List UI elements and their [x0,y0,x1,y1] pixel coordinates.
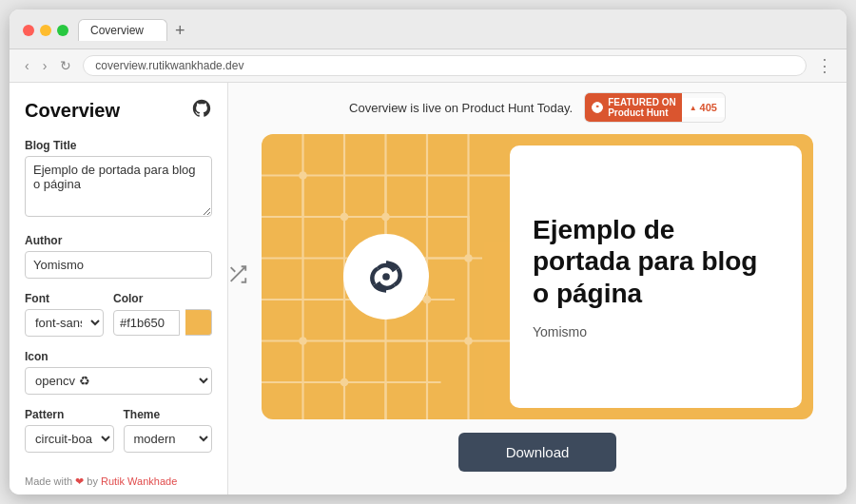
download-button[interactable]: Download [458,433,617,472]
color-label: Color [113,292,212,305]
pattern-theme-row: Pattern circuit-boar none stripes Theme … [25,408,212,453]
sidebar: Coverview Blog Title Ejemplo de portada … [10,83,228,494]
cover-left [262,134,510,419]
browser-window: Coverview + ‹ › ↻ coverview.rutikwankhad… [10,10,846,494]
maximize-button[interactable] [57,25,68,36]
ph-count: 405 [700,102,717,113]
title-bar: Coverview + [10,10,846,49]
color-swatch[interactable] [185,309,212,336]
theme-label: Theme [124,408,213,421]
minimize-button[interactable] [40,25,51,36]
icon-row: opencv ♻ react ⚛ node 🟢 [25,367,212,395]
tab-label: Coverview [90,24,144,37]
sidebar-footer: Made with ❤ by Rutik Wankhade [25,466,212,488]
icon-label: Icon [25,350,212,363]
color-hex-input[interactable] [113,310,180,336]
address-text: coverview.rutikwankhade.dev [95,59,243,72]
ph-left: FEATURED ONProduct Hunt [585,93,681,122]
color-field: Color [113,292,212,337]
sidebar-header: Coverview [25,98,212,124]
theme-field: Theme modern classic minimal [124,408,213,453]
cover-right: Ejemplo de portada para blog o página Yo… [510,145,802,408]
close-button[interactable] [23,25,34,36]
cover-author: Yomismo [533,324,779,339]
ph-triangle-icon: ▲ [690,104,697,112]
new-tab-button[interactable]: + [175,22,185,39]
tab-area: Coverview + [78,19,833,41]
blog-title-label: Blog Title [25,139,212,152]
cover-title: Ejemplo de portada para blog o página [533,214,779,310]
footer-text: Made with [25,475,75,487]
footer-author-link[interactable]: Rutik Wankhade [101,475,177,487]
pattern-select[interactable]: circuit-boar none stripes [25,425,114,453]
font-field: Font font-sans font-serif font-mono [25,292,104,337]
font-select[interactable]: font-sans font-serif font-mono [25,309,104,337]
color-row [113,309,212,336]
forward-button[interactable]: › [41,56,49,75]
product-hunt-badge[interactable]: FEATURED ONProduct Hunt ▲ 405 [584,92,726,123]
reload-button[interactable]: ↻ [58,56,73,75]
address-input[interactable]: coverview.rutikwankhade.dev [83,55,807,76]
canvas-area: Coverview is live on Product Hunt Today.… [228,83,846,494]
blog-title-field: Blog Title Ejemplo de portada para blog … [25,139,212,221]
svg-point-28 [382,273,390,281]
banner-text: Coverview is live on Product Hunt Today. [349,101,573,115]
author-field: Author [25,234,212,279]
font-label: Font [25,292,104,305]
app-title: Coverview [25,100,120,122]
github-icon[interactable] [191,98,212,124]
cover-card: Ejemplo de portada para blog o página Yo… [262,134,813,419]
pattern-label: Pattern [25,408,114,421]
ph-right: ▲ 405 [682,98,725,117]
footer-by: by [87,475,101,487]
theme-select[interactable]: modern classic minimal [124,425,213,453]
cover-wrapper: Ejemplo de portada para blog o página Yo… [262,134,813,419]
pattern-field: Pattern circuit-boar none stripes [25,408,114,453]
main-content: Coverview Blog Title Ejemplo de portada … [10,83,846,494]
more-options-button[interactable]: ⋮ [816,55,833,76]
back-button[interactable]: ‹ [23,56,31,75]
heart-icon: ❤ [75,475,84,487]
traffic-lights [23,25,68,36]
author-input[interactable] [25,251,212,279]
active-tab[interactable]: Coverview [78,19,167,41]
blog-title-input[interactable]: Ejemplo de portada para blog o página [25,156,212,217]
cover-icon-circle [343,234,429,320]
top-banner: Coverview is live on Product Hunt Today.… [247,83,827,134]
icon-field: Icon opencv ♻ react ⚛ node 🟢 [25,350,212,395]
font-color-row: Font font-sans font-serif font-mono Colo… [25,292,212,337]
ph-name: Product Hunt [608,107,668,118]
shuffle-button[interactable] [227,264,248,290]
ph-featured-label: FEATURED ONProduct Hunt [608,97,675,118]
address-bar-row: ‹ › ↻ coverview.rutikwankhade.dev ⋮ [10,49,846,83]
author-label: Author [25,234,212,247]
icon-select[interactable]: opencv ♻ react ⚛ node 🟢 [25,367,212,395]
